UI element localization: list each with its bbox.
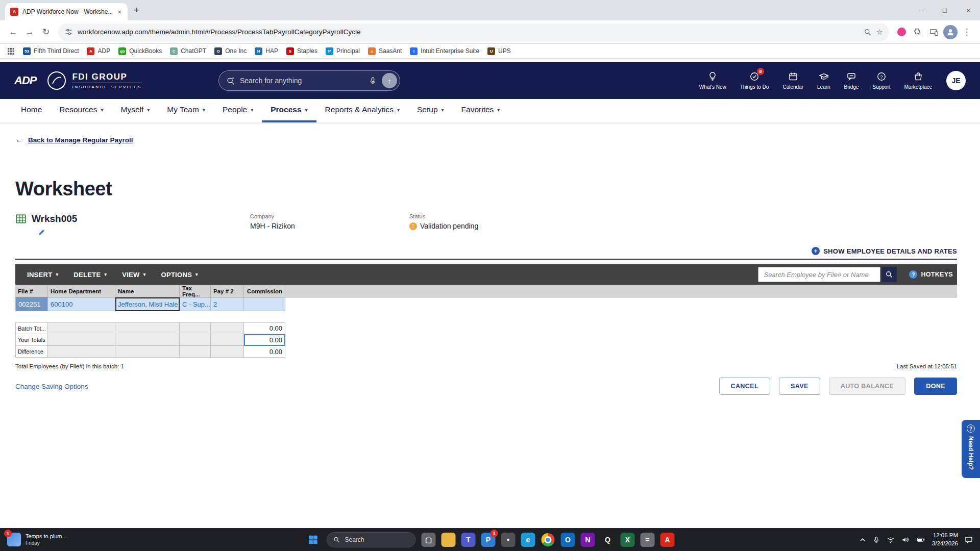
taskbar-app-calculator[interactable]: = xyxy=(641,533,655,547)
grid-cell[interactable] xyxy=(244,297,285,311)
nav-item-process[interactable]: Process▾ xyxy=(262,99,316,122)
header-quicklink-marketplace[interactable]: Marketplace xyxy=(904,71,932,90)
bookmark-item[interactable]: IIntuit Enterprise Suite xyxy=(410,47,479,55)
totals-value[interactable]: 0.00 xyxy=(244,346,285,358)
tray-volume-icon[interactable] xyxy=(901,536,910,544)
need-help-tab[interactable]: ? Need Help? xyxy=(962,420,980,478)
taskbar-app-chrome[interactable] xyxy=(541,533,555,547)
extensions-puzzle-icon[interactable] xyxy=(910,24,926,40)
grid-cell[interactable]: Jefferson, Misti Hale xyxy=(115,297,180,311)
tray-battery-icon[interactable] xyxy=(916,536,925,544)
done-button[interactable]: DONE xyxy=(914,378,957,395)
cancel-button[interactable]: CANCEL xyxy=(719,378,770,395)
grid-cell[interactable]: 600100 xyxy=(48,297,115,311)
bookmark-item[interactable]: HHAP xyxy=(255,47,278,55)
view-menu-button[interactable]: VIEW▾ xyxy=(114,264,153,285)
delete-menu-button[interactable]: DELETE▾ xyxy=(66,264,114,285)
bookmark-item[interactable]: UUPS xyxy=(487,47,511,55)
header-quicklink-whats-new[interactable]: What's New xyxy=(699,71,726,90)
bookmark-item[interactable]: CChatGPT xyxy=(170,47,206,55)
taskbar-app-excel[interactable]: X xyxy=(621,533,635,547)
nav-item-home[interactable]: Home xyxy=(12,99,51,122)
options-menu-button[interactable]: OPTIONS▾ xyxy=(154,264,206,285)
browser-menu-kebab-icon[interactable]: ⋮ xyxy=(959,24,975,40)
tune-icon[interactable] xyxy=(64,28,73,36)
nav-item-favorites[interactable]: Favorites▾ xyxy=(453,99,509,122)
taskbar-clock[interactable]: 12:06 PM 3/24/2026 xyxy=(932,532,958,547)
apps-grid-icon[interactable] xyxy=(7,47,15,55)
employee-search-button[interactable] xyxy=(881,267,897,282)
devices-icon[interactable] xyxy=(926,24,942,40)
edit-worksheet-icon[interactable] xyxy=(38,229,957,236)
bookmark-item[interactable]: AADP xyxy=(87,47,110,55)
bookmark-item[interactable]: SStaples xyxy=(286,47,317,55)
totals-value[interactable]: 0.00 xyxy=(244,322,285,334)
url-bar[interactable]: workforcenow.adp.com/theme/admin.html#/P… xyxy=(58,23,889,41)
browser-tab[interactable]: A ADP Workforce Now - Workshe... × xyxy=(5,3,128,20)
password-extension-icon[interactable] xyxy=(893,24,910,40)
grid-cell[interactable]: 002251 xyxy=(15,297,48,311)
taskbar-app-task-view[interactable]: ▢ xyxy=(422,533,436,547)
taskbar-app-edge[interactable]: e xyxy=(521,533,535,547)
taskbar-app-quick-assist[interactable]: Q xyxy=(601,533,615,547)
minimize-button[interactable]: – xyxy=(910,0,933,20)
taskbar-app-snip-tool[interactable]: • xyxy=(501,533,516,547)
lens-icon[interactable] xyxy=(864,28,872,36)
insert-menu-button[interactable]: INSERT▾ xyxy=(19,264,66,285)
global-search-input[interactable] xyxy=(240,77,364,85)
tab-close-icon[interactable]: × xyxy=(116,8,122,16)
bookmark-item[interactable]: PPrincipal xyxy=(326,47,360,55)
header-quicklink-things-to-do[interactable]: 8Things to Do xyxy=(740,71,769,90)
grid-cell[interactable]: 2 xyxy=(211,297,244,311)
user-avatar[interactable]: JE xyxy=(946,71,966,90)
bookmark-item[interactable]: 53Fifth Third Direct xyxy=(23,47,79,55)
taskbar-app-people[interactable]: P1 xyxy=(481,533,496,547)
change-saving-options-link[interactable]: Change Saving Options xyxy=(15,383,88,390)
employee-search-input[interactable] xyxy=(758,267,880,282)
nav-item-my-team[interactable]: My Team▾ xyxy=(158,99,214,122)
global-search[interactable]: ↑ xyxy=(218,70,400,91)
grid-data-row[interactable]: 002251600100Jefferson, Misti HaleC - Sup… xyxy=(15,297,957,311)
taskbar-app-file-explorer[interactable] xyxy=(442,533,456,547)
new-tab-button[interactable]: + xyxy=(134,5,139,16)
nav-item-myself[interactable]: Myself▾ xyxy=(112,99,158,122)
search-submit-button[interactable]: ↑ xyxy=(382,73,397,88)
totals-value[interactable]: 0.00 xyxy=(244,334,285,346)
tray-chevron-up-icon[interactable] xyxy=(859,536,866,543)
tray-wifi-icon[interactable] xyxy=(887,536,895,544)
notification-center-icon[interactable] xyxy=(965,536,973,544)
nav-item-resources[interactable]: Resources▾ xyxy=(51,99,112,122)
taskbar-app-onenote[interactable]: N xyxy=(581,533,595,547)
back-to-payroll-link[interactable]: ← Back to Manage Regular Payroll xyxy=(15,135,133,144)
weather-widget[interactable]: 1 Temps to plum... Friday xyxy=(0,528,74,551)
mic-icon[interactable] xyxy=(369,77,377,85)
nav-item-people[interactable]: People▾ xyxy=(214,99,262,122)
nav-item-reports-analytics[interactable]: Reports & Analytics▾ xyxy=(316,99,408,122)
bookmark-item[interactable]: sSaasAnt xyxy=(368,47,402,55)
show-employee-details-link[interactable]: + SHOW EMPLOYEE DETAILS AND RATES xyxy=(812,247,957,255)
bookmark-item[interactable]: OOne Inc xyxy=(214,47,247,55)
header-quicklink-support[interactable]: ?Support xyxy=(873,71,891,90)
back-icon[interactable]: ← xyxy=(5,24,21,40)
nav-item-setup[interactable]: Setup▾ xyxy=(408,99,453,122)
header-quicklink-calendar[interactable]: Calendar xyxy=(782,71,803,90)
start-button[interactable] xyxy=(306,532,321,547)
browser-profile-avatar[interactable] xyxy=(942,24,959,40)
taskbar-app-acrobat[interactable]: A xyxy=(660,533,675,547)
header-quicklink-learn[interactable]: Learn xyxy=(817,71,830,90)
maximize-button[interactable]: □ xyxy=(933,0,957,20)
taskbar-app-teams[interactable]: T xyxy=(461,533,476,547)
bookmark-star-icon[interactable]: ☆ xyxy=(876,28,883,37)
bookmark-item[interactable]: qbQuickBooks xyxy=(118,47,162,55)
taskbar-app-outlook[interactable]: O xyxy=(561,533,575,547)
grid-cell[interactable]: C - Sup... xyxy=(180,297,211,311)
url-text[interactable]: workforcenow.adp.com/theme/admin.html#/P… xyxy=(78,28,859,36)
header-quicklink-bridge[interactable]: Bridge xyxy=(844,71,859,90)
save-button[interactable]: SAVE xyxy=(779,378,820,395)
tray-mic-icon[interactable] xyxy=(873,536,880,543)
hotkeys-button[interactable]: ? HOTKEYS xyxy=(909,270,953,279)
close-button[interactable]: × xyxy=(957,0,980,20)
reload-icon[interactable]: ↻ xyxy=(38,24,54,40)
forward-icon[interactable]: → xyxy=(21,24,38,40)
taskbar-search[interactable]: Search xyxy=(327,532,416,547)
